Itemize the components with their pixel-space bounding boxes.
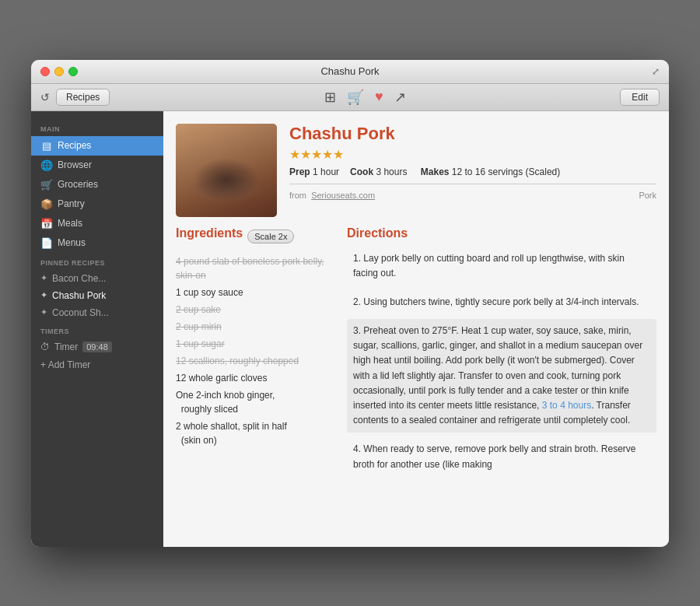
pinned-section-label: PINNED RECIPES <box>31 253 163 270</box>
pinned-chashu[interactable]: ✦ Chashu Pork <box>31 287 163 304</box>
ingredients-column: Ingredients Scale 2x 4 pound slab of bon… <box>176 226 331 482</box>
window-title: Chashu Pork <box>320 65 379 77</box>
content-area: Chashu Pork ★★★★★ Prep 1 hour Cook 3 hou… <box>163 111 669 547</box>
direction-step-3: 3. Preheat oven to 275°F. Heat 1 cup wat… <box>347 319 656 433</box>
refresh-button[interactable]: ↺ <box>40 91 50 103</box>
main-area: MAIN ▤ Recipes 🌐 Browser 🛒 Groceries 📦 P… <box>31 111 669 547</box>
toolbar: ↺ Recipes ⊞ 🛒 ♥ ↗ Edit <box>31 84 669 111</box>
divider <box>289 184 656 184</box>
pin-icon: ✦ <box>40 273 47 283</box>
recipe-image <box>176 124 277 217</box>
ingredient-3: 2 cup sake <box>176 301 331 318</box>
makes-value: 12 to 16 servings (Scaled) <box>452 166 560 177</box>
timer-item: ⏱ Timer 09:48 <box>31 338 163 356</box>
sidebar-item-label: Browser <box>58 159 92 170</box>
main-section-label: MAIN <box>31 119 163 136</box>
category-tag: Pork <box>639 191 656 200</box>
sidebar-item-recipes[interactable]: ▤ Recipes <box>31 136 163 156</box>
traffic-lights <box>40 67 78 76</box>
pinned-label: Bacon Che... <box>52 273 106 284</box>
toolbar-icons: ⊞ 🛒 ♥ ↗ <box>324 89 406 106</box>
close-button[interactable] <box>40 67 50 76</box>
cart-icon[interactable]: 🛒 <box>347 89 364 106</box>
sidebar-item-label: Recipes <box>58 140 91 151</box>
ingredient-8: One 2-inch knob ginger, roughly sliced <box>176 387 331 418</box>
browser-icon: 🌐 <box>40 159 53 171</box>
sidebar-item-label: Groceries <box>58 179 98 190</box>
recipe-header: Chashu Pork ★★★★★ Prep 1 hour Cook 3 hou… <box>176 124 656 217</box>
ingredient-6: 12 scallions, roughly chopped <box>176 352 331 370</box>
timers-section-label: TIMERS <box>31 321 163 338</box>
ingredients-title: Ingredients <box>176 226 243 240</box>
directions-title: Directions <box>347 226 656 240</box>
pantry-icon: 📦 <box>40 198 53 210</box>
makes-label: Makes <box>421 166 450 177</box>
titlebar: Chashu Pork ⤢ <box>31 60 669 84</box>
timer-icon: ⏱ <box>40 342 50 352</box>
sidebar-item-browser[interactable]: 🌐 Browser <box>31 156 163 175</box>
scale-button[interactable]: Scale 2x <box>247 229 294 243</box>
direction-step-4: 4. When ready to serve, remove pork bell… <box>347 437 656 476</box>
recipe-stars: ★★★★★ <box>289 147 656 162</box>
recipe-title: Chashu Pork <box>289 124 656 144</box>
expand-icon[interactable]: ⤢ <box>652 66 660 77</box>
ingredient-1: 4 pound slab of boneless pork belly, ski… <box>176 253 331 284</box>
sidebar-item-groceries[interactable]: 🛒 Groceries <box>31 175 163 194</box>
cook-value: 3 hours <box>376 166 407 177</box>
timer-value: 09:48 <box>82 342 112 352</box>
calendar-icon[interactable]: ⊞ <box>324 89 336 106</box>
source-text: from Seriouseats.com <box>289 191 375 200</box>
add-timer-button[interactable]: + Add Timer <box>31 356 163 374</box>
source-prefix: from <box>289 191 306 200</box>
recipes-button[interactable]: Recipes <box>56 89 110 106</box>
sidebar-item-label: Menus <box>58 237 86 248</box>
recipe-info: Chashu Pork ★★★★★ Prep 1 hour Cook 3 hou… <box>289 124 656 217</box>
minimize-button[interactable] <box>54 67 64 76</box>
sidebar-item-label: Meals <box>58 218 82 229</box>
pinned-coconut[interactable]: ✦ Coconut Sh... <box>31 304 163 321</box>
ingredient-2: 1 cup soy sauce <box>176 284 331 301</box>
source-link[interactable]: Seriouseats.com <box>311 191 375 200</box>
pin-icon: ✦ <box>40 290 47 300</box>
ingredients-header: Ingredients Scale 2x <box>176 226 331 247</box>
sidebar-item-pantry[interactable]: 📦 Pantry <box>31 194 163 214</box>
share-icon[interactable]: ↗ <box>394 89 406 106</box>
recipes-icon: ▤ <box>40 140 53 152</box>
maximize-button[interactable] <box>68 67 78 76</box>
direction-step-1: 1. Lay pork belly on cutting board and r… <box>347 247 656 285</box>
cook-label: Cook <box>350 166 373 177</box>
edit-button[interactable]: Edit <box>620 89 660 106</box>
menus-icon: 📄 <box>40 237 53 249</box>
pinned-bacon[interactable]: ✦ Bacon Che... <box>31 270 163 287</box>
ingredient-9: 2 whole shallot, split in half (skin on) <box>176 418 331 449</box>
ingredient-5: 1 cup sugar <box>176 335 331 352</box>
recipe-source: from Seriouseats.com Pork <box>289 191 656 200</box>
heart-icon[interactable]: ♥ <box>375 89 383 106</box>
meals-icon: 📅 <box>40 218 53 229</box>
directions-column: Directions 1. Lay pork belly on cutting … <box>347 226 656 482</box>
prep-value: 1 hour <box>313 166 339 177</box>
time-link[interactable]: 3 to 4 hours <box>542 400 591 411</box>
pin-icon: ✦ <box>40 307 47 317</box>
sidebar-item-menus[interactable]: 📄 Menus <box>31 233 163 253</box>
pinned-label: Coconut Sh... <box>52 307 109 318</box>
direction-step-2: 2. Using butchers twine, tightly secure … <box>347 290 656 314</box>
ingredient-7: 12 whole garlic cloves <box>176 370 331 387</box>
ingredient-4: 2 cup mirin <box>176 318 331 335</box>
timer-label: Timer <box>54 342 78 352</box>
app-window: Chashu Pork ⤢ ↺ Recipes ⊞ 🛒 ♥ ↗ Edit MAI… <box>31 60 669 547</box>
sidebar-item-label: Pantry <box>58 198 85 209</box>
sidebar: MAIN ▤ Recipes 🌐 Browser 🛒 Groceries 📦 P… <box>31 111 163 547</box>
sidebar-item-meals[interactable]: 📅 Meals <box>31 214 163 233</box>
groceries-icon: 🛒 <box>40 179 53 191</box>
recipe-body: Ingredients Scale 2x 4 pound slab of bon… <box>176 226 656 482</box>
prep-label: Prep <box>289 166 310 177</box>
recipe-meta: Prep 1 hour Cook 3 hours Makes 12 to 16 … <box>289 166 656 177</box>
recipe-image-inner <box>176 124 277 217</box>
pinned-label: Chashu Pork <box>52 290 106 301</box>
